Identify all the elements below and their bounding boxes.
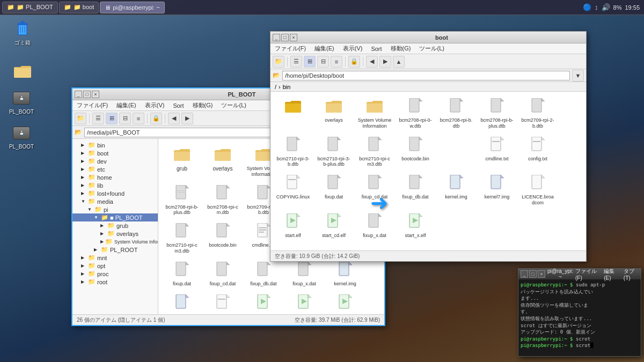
file-item-dtb4[interactable]: bcm2708-rpi-cm.dtb (203, 182, 242, 218)
file-item-dtb3[interactable]: bcm2708-rpi-b-plus.dtb (163, 182, 201, 218)
boot-dtb3[interactable]: bcm2708-rpi-b-plus.dtb (478, 95, 516, 131)
breadcrumb-root[interactable]: / (275, 84, 276, 90)
boot-fixupdb[interactable]: fixup_db.dat (396, 172, 435, 208)
file-item-fixupcd[interactable]: fixup_cd.dat (203, 258, 242, 289)
sidebar-item-root[interactable]: ▶ 📁 root (72, 278, 158, 286)
file-item-startdb[interactable]: start_db.elf (326, 291, 364, 314)
boot-config[interactable]: config.txt (518, 134, 557, 170)
boot-file-item-yellofolder[interactable] (274, 95, 312, 131)
boot-dtb5[interactable]: bcm2710-rpi-3-b.dtb (274, 134, 312, 170)
desktop-icon-trash[interactable]: ゴミ箱 (6, 19, 39, 47)
boot-dtb6[interactable]: bcm2710-rpi-3-b-plus.dtb (314, 134, 353, 170)
file-item-dtb8[interactable]: bcm2710-rpi-cm3.dtb (163, 220, 201, 256)
taskbar-btn-plboot[interactable]: 📁 📁 PL_BOOT (2, 2, 58, 13)
sidebar-item-boot[interactable]: ▶ 📁 boot (72, 149, 158, 157)
taskbar-btn-terminal[interactable]: 🖥 pi@raspberrypi: ~ (100, 2, 164, 13)
plboot-close-btn[interactable]: × (92, 91, 99, 98)
sidebar-item-plboot-selected[interactable]: ▼ 📁 ■ PL_BOOT (72, 213, 158, 221)
sidebar-item-etc[interactable]: ▶ 📁 etc (72, 165, 158, 173)
boot-licence[interactable]: LICENCE.broadcom (518, 172, 557, 208)
boot-copying[interactable]: COPYING.linux (274, 172, 312, 208)
boot-menu-tools[interactable]: ツール(L) (417, 45, 446, 53)
boot-view-detail[interactable]: ⊟ (317, 56, 329, 68)
terminal-menu-file[interactable]: ファイル(F) (575, 268, 599, 281)
plboot-view-detail-btn[interactable]: ⊟ (119, 113, 131, 124)
boot-back-btn[interactable]: ◀ (366, 56, 378, 68)
file-item-startcd[interactable]: start_cd.elf (285, 291, 324, 314)
file-item-kernel7[interactable]: kernel7.img (163, 291, 201, 314)
plboot-view-list-btn[interactable]: ☰ (92, 113, 104, 124)
boot-kernel[interactable]: kernel.img (437, 172, 475, 208)
file-item-overlays[interactable]: overlays (203, 143, 242, 180)
plboot-back-btn[interactable]: ◀ (168, 113, 180, 124)
boot-lock-btn[interactable]: 🔒 (348, 56, 360, 68)
sidebar-item-sysvolinfo[interactable]: ▶ 📁 System Volume Informa... (72, 238, 158, 246)
boot-menu-edit[interactable]: 編集(E) (312, 45, 336, 53)
plboot-menu-view[interactable]: 表示(V) (143, 101, 167, 109)
boot-file-item-overlays[interactable]: overlays (314, 95, 353, 131)
boot-menu-file[interactable]: ファイル(F) (273, 45, 308, 53)
boot-fixup[interactable]: fixup.dat (314, 172, 353, 208)
boot-view-compact[interactable]: ≡ (331, 56, 342, 68)
sidebar-item-grub[interactable]: ▶ 📁 grub (72, 221, 158, 230)
file-item-fixupx[interactable]: fixup_x.dat (285, 258, 324, 289)
terminal-close-btn[interactable]: × (538, 270, 545, 278)
boot-dtb7[interactable]: bcm2710-rpi-cm3.dtb (355, 134, 394, 170)
boot-startdb[interactable]: start_x.elf (396, 210, 435, 241)
desktop-icon-folder1[interactable] (6, 62, 39, 82)
boot-address-go-btn[interactable]: ▼ (572, 70, 584, 82)
boot-close-btn[interactable]: × (290, 34, 297, 41)
plboot-menu-sort[interactable]: Sort (171, 102, 186, 109)
boot-menu-go[interactable]: 移動(G) (389, 45, 413, 53)
boot-view-grid[interactable]: ⊞ (304, 56, 316, 68)
sidebar-item-mnt[interactable]: ▶ 📁 mnt (72, 254, 158, 262)
boot-cmdline[interactable]: cmdline.txt (478, 134, 516, 170)
file-item-fixupdb[interactable]: fixup_db.dat (244, 258, 283, 289)
sidebar-item-overlays[interactable]: ▶ 📁 overlays (72, 230, 158, 238)
sidebar-item-bin[interactable]: ▶ 📁 bin (72, 141, 158, 149)
file-item-start[interactable]: start.elf (244, 291, 283, 314)
file-item-bootcode[interactable]: bootcode.bin (203, 220, 242, 256)
boot-menu-view[interactable]: 表示(V) (341, 45, 365, 53)
boot-menu-sort[interactable]: Sort (369, 46, 384, 52)
sidebar-item-dev[interactable]: ▶ 📁 dev (72, 157, 158, 165)
plboot-lock-btn[interactable]: 🔒 (150, 113, 162, 124)
boot-startcd[interactable]: start_cd.elf (314, 210, 353, 241)
plboot-menu-go[interactable]: 移動(G) (191, 101, 215, 109)
terminal-menu-tab[interactable]: タブ(T) (624, 268, 639, 281)
sidebar-item-pi[interactable]: ▼ 📁 pi (72, 205, 158, 213)
sidebar-item-lib[interactable]: ▶ 📁 lib (72, 181, 158, 189)
plboot-new-folder-btn[interactable]: 📁 (75, 113, 86, 124)
plboot-minimize-btn[interactable]: _ (75, 91, 82, 98)
sidebar-item-media[interactable]: ▼ 📁 media (72, 197, 158, 205)
file-item-licence[interactable]: LICENCE.broadcom (203, 291, 242, 314)
boot-dtb1[interactable]: bcm2708-rpi-0-w.dtb (396, 95, 435, 131)
boot-bootcode[interactable]: bootcode.bin (396, 134, 435, 170)
boot-minimize-btn[interactable]: _ (273, 34, 280, 41)
terminal-menu-edit[interactable]: 編集(E) (604, 268, 619, 281)
boot-forward-btn[interactable]: ▶ (379, 56, 391, 68)
sidebar-item-plroot[interactable]: ▶ 📁 PL_ROOT (72, 246, 158, 254)
plboot-view-grid-btn[interactable]: ⊞ (106, 113, 118, 124)
file-item-grub[interactable]: grub (163, 143, 201, 180)
boot-kernel7[interactable]: kernel7.img (478, 172, 516, 208)
boot-dtb4[interactable]: bcm2709-rpi-2-b.dtb (518, 95, 557, 131)
plboot-forward-btn[interactable]: ▶ (181, 113, 193, 124)
sidebar-item-opt[interactable]: ▶ 📁 opt (72, 262, 158, 270)
desktop-icon-plboot[interactable]: 💾 PL_BOOT (5, 88, 38, 115)
plboot-menu-tools[interactable]: ツール(L) (219, 101, 248, 109)
plboot-view-compact-btn[interactable]: ≡ (133, 113, 144, 124)
desktop-icon-plhdd[interactable]: 💾 PL_BOOT (5, 123, 38, 150)
boot-start[interactable]: start.elf (274, 210, 312, 241)
boot-file-item-sysvolinfo[interactable]: System Volume Information (355, 95, 394, 131)
boot-view-list[interactable]: ☰ (290, 56, 302, 68)
boot-dtb2[interactable]: bcm2708-rpi-b.dtb (437, 95, 475, 131)
plboot-menu-file[interactable]: ファイル(F) (75, 101, 110, 109)
taskbar-btn-boot[interactable]: 📁 📁 boot (59, 2, 99, 13)
boot-maximize-btn[interactable]: □ (281, 34, 289, 41)
file-item-fixup[interactable]: fixup.dat (163, 258, 201, 289)
boot-up-btn[interactable]: ▲ (393, 56, 405, 68)
sidebar-item-lost[interactable]: ▶ 📁 lost+found (72, 189, 158, 197)
file-item-kernel[interactable]: kernel.img (326, 258, 364, 289)
boot-new-folder-btn[interactable]: 📁 (273, 56, 284, 68)
